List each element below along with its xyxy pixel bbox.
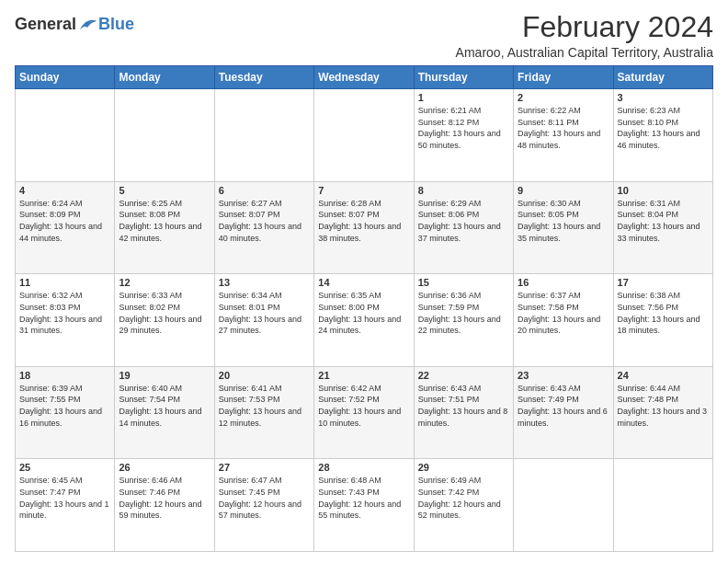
day-info: Sunrise: 6:33 AM Sunset: 8:02 PM Dayligh… xyxy=(119,290,210,336)
day-number: 3 xyxy=(618,92,709,103)
day-info: Sunrise: 6:43 AM Sunset: 7:51 PM Dayligh… xyxy=(418,383,509,429)
day-number: 24 xyxy=(618,370,709,381)
day-info: Sunrise: 6:30 AM Sunset: 8:05 PM Dayligh… xyxy=(518,198,609,244)
day-number: 29 xyxy=(418,462,509,473)
table-row: 2Sunrise: 6:22 AM Sunset: 8:11 PM Daylig… xyxy=(514,89,613,182)
day-info: Sunrise: 6:42 AM Sunset: 7:52 PM Dayligh… xyxy=(318,383,409,429)
calendar-week-row: 25Sunrise: 6:45 AM Sunset: 7:47 PM Dayli… xyxy=(16,459,713,552)
table-row xyxy=(613,459,712,552)
day-number: 7 xyxy=(318,185,409,196)
day-number: 26 xyxy=(119,462,210,473)
table-row: 27Sunrise: 6:47 AM Sunset: 7:45 PM Dayli… xyxy=(214,459,313,552)
day-number: 9 xyxy=(518,185,609,196)
col-wednesday: Wednesday xyxy=(314,66,414,89)
col-tuesday: Tuesday xyxy=(214,66,313,89)
day-info: Sunrise: 6:44 AM Sunset: 7:48 PM Dayligh… xyxy=(618,383,709,429)
day-number: 11 xyxy=(19,277,110,288)
table-row: 3Sunrise: 6:23 AM Sunset: 8:10 PM Daylig… xyxy=(613,89,712,182)
day-info: Sunrise: 6:28 AM Sunset: 8:07 PM Dayligh… xyxy=(318,198,409,244)
day-info: Sunrise: 6:23 AM Sunset: 8:10 PM Dayligh… xyxy=(618,105,709,151)
table-row: 25Sunrise: 6:45 AM Sunset: 7:47 PM Dayli… xyxy=(16,459,115,552)
title-area: February 2024 Amaroo, Australian Capital… xyxy=(456,11,713,60)
table-row: 16Sunrise: 6:37 AM Sunset: 7:58 PM Dayli… xyxy=(514,274,613,367)
table-row: 5Sunrise: 6:25 AM Sunset: 8:08 PM Daylig… xyxy=(115,181,214,274)
day-info: Sunrise: 6:46 AM Sunset: 7:46 PM Dayligh… xyxy=(119,475,210,521)
col-monday: Monday xyxy=(115,66,214,89)
calendar-week-row: 4Sunrise: 6:24 AM Sunset: 8:09 PM Daylig… xyxy=(16,181,713,274)
calendar-week-row: 11Sunrise: 6:32 AM Sunset: 8:03 PM Dayli… xyxy=(16,274,713,367)
col-sunday: Sunday xyxy=(16,66,115,89)
day-info: Sunrise: 6:35 AM Sunset: 8:00 PM Dayligh… xyxy=(318,290,409,336)
table-row: 26Sunrise: 6:46 AM Sunset: 7:46 PM Dayli… xyxy=(115,459,214,552)
day-number: 14 xyxy=(318,277,409,288)
day-info: Sunrise: 6:34 AM Sunset: 8:01 PM Dayligh… xyxy=(219,290,310,336)
page: General Blue February 2024 Amaroo, Austr… xyxy=(0,0,728,563)
table-row: 20Sunrise: 6:41 AM Sunset: 7:53 PM Dayli… xyxy=(214,366,313,459)
table-row: 24Sunrise: 6:44 AM Sunset: 7:48 PM Dayli… xyxy=(613,366,712,459)
day-info: Sunrise: 6:41 AM Sunset: 7:53 PM Dayligh… xyxy=(219,383,310,429)
table-row xyxy=(115,89,214,182)
col-thursday: Thursday xyxy=(414,66,513,89)
day-info: Sunrise: 6:37 AM Sunset: 7:58 PM Dayligh… xyxy=(518,290,609,336)
day-info: Sunrise: 6:22 AM Sunset: 8:11 PM Dayligh… xyxy=(518,105,609,151)
day-number: 10 xyxy=(618,185,709,196)
table-row: 23Sunrise: 6:43 AM Sunset: 7:49 PM Dayli… xyxy=(514,366,613,459)
calendar: Sunday Monday Tuesday Wednesday Thursday… xyxy=(15,65,713,552)
table-row: 21Sunrise: 6:42 AM Sunset: 7:52 PM Dayli… xyxy=(314,366,414,459)
table-row: 12Sunrise: 6:33 AM Sunset: 8:02 PM Dayli… xyxy=(115,274,214,367)
calendar-header-row: Sunday Monday Tuesday Wednesday Thursday… xyxy=(16,66,713,89)
day-number: 5 xyxy=(119,185,210,196)
day-number: 13 xyxy=(219,277,310,288)
day-number: 27 xyxy=(219,462,310,473)
day-info: Sunrise: 6:47 AM Sunset: 7:45 PM Dayligh… xyxy=(219,475,310,521)
day-info: Sunrise: 6:29 AM Sunset: 8:06 PM Dayligh… xyxy=(418,198,509,244)
table-row: 15Sunrise: 6:36 AM Sunset: 7:59 PM Dayli… xyxy=(414,274,513,367)
header: General Blue February 2024 Amaroo, Austr… xyxy=(15,11,713,60)
day-number: 8 xyxy=(418,185,509,196)
day-number: 6 xyxy=(219,185,310,196)
table-row: 13Sunrise: 6:34 AM Sunset: 8:01 PM Dayli… xyxy=(214,274,313,367)
table-row: 9Sunrise: 6:30 AM Sunset: 8:05 PM Daylig… xyxy=(514,181,613,274)
day-info: Sunrise: 6:43 AM Sunset: 7:49 PM Dayligh… xyxy=(518,383,609,429)
logo: General Blue xyxy=(15,15,134,34)
day-info: Sunrise: 6:25 AM Sunset: 8:08 PM Dayligh… xyxy=(119,198,210,244)
day-number: 22 xyxy=(418,370,509,381)
day-number: 16 xyxy=(518,277,609,288)
day-info: Sunrise: 6:40 AM Sunset: 7:54 PM Dayligh… xyxy=(119,383,210,429)
day-info: Sunrise: 6:48 AM Sunset: 7:43 PM Dayligh… xyxy=(318,475,409,521)
table-row: 6Sunrise: 6:27 AM Sunset: 8:07 PM Daylig… xyxy=(214,181,313,274)
day-number: 20 xyxy=(219,370,310,381)
logo-general: General xyxy=(15,15,76,34)
day-info: Sunrise: 6:24 AM Sunset: 8:09 PM Dayligh… xyxy=(19,198,110,244)
calendar-week-row: 1Sunrise: 6:21 AM Sunset: 8:12 PM Daylig… xyxy=(16,89,713,182)
table-row: 4Sunrise: 6:24 AM Sunset: 8:09 PM Daylig… xyxy=(16,181,115,274)
day-info: Sunrise: 6:45 AM Sunset: 7:47 PM Dayligh… xyxy=(19,475,110,521)
day-number: 2 xyxy=(518,92,609,103)
table-row: 11Sunrise: 6:32 AM Sunset: 8:03 PM Dayli… xyxy=(16,274,115,367)
day-info: Sunrise: 6:49 AM Sunset: 7:42 PM Dayligh… xyxy=(418,475,509,521)
table-row: 19Sunrise: 6:40 AM Sunset: 7:54 PM Dayli… xyxy=(115,366,214,459)
table-row: 17Sunrise: 6:38 AM Sunset: 7:56 PM Dayli… xyxy=(613,274,712,367)
table-row xyxy=(16,89,115,182)
day-info: Sunrise: 6:31 AM Sunset: 8:04 PM Dayligh… xyxy=(618,198,709,244)
table-row: 18Sunrise: 6:39 AM Sunset: 7:55 PM Dayli… xyxy=(16,366,115,459)
day-number: 21 xyxy=(318,370,409,381)
day-number: 18 xyxy=(19,370,110,381)
day-info: Sunrise: 6:39 AM Sunset: 7:55 PM Dayligh… xyxy=(19,383,110,429)
table-row xyxy=(314,89,414,182)
day-number: 17 xyxy=(618,277,709,288)
main-title: February 2024 xyxy=(456,11,713,43)
day-info: Sunrise: 6:36 AM Sunset: 7:59 PM Dayligh… xyxy=(418,290,509,336)
col-friday: Friday xyxy=(514,66,613,89)
table-row: 10Sunrise: 6:31 AM Sunset: 8:04 PM Dayli… xyxy=(613,181,712,274)
day-number: 28 xyxy=(318,462,409,473)
day-info: Sunrise: 6:27 AM Sunset: 8:07 PM Dayligh… xyxy=(219,198,310,244)
table-row: 28Sunrise: 6:48 AM Sunset: 7:43 PM Dayli… xyxy=(314,459,414,552)
table-row: 29Sunrise: 6:49 AM Sunset: 7:42 PM Dayli… xyxy=(414,459,513,552)
table-row: 22Sunrise: 6:43 AM Sunset: 7:51 PM Dayli… xyxy=(414,366,513,459)
day-info: Sunrise: 6:38 AM Sunset: 7:56 PM Dayligh… xyxy=(618,290,709,336)
calendar-week-row: 18Sunrise: 6:39 AM Sunset: 7:55 PM Dayli… xyxy=(16,366,713,459)
day-number: 4 xyxy=(19,185,110,196)
day-number: 1 xyxy=(418,92,509,103)
subtitle: Amaroo, Australian Capital Territory, Au… xyxy=(456,45,713,60)
